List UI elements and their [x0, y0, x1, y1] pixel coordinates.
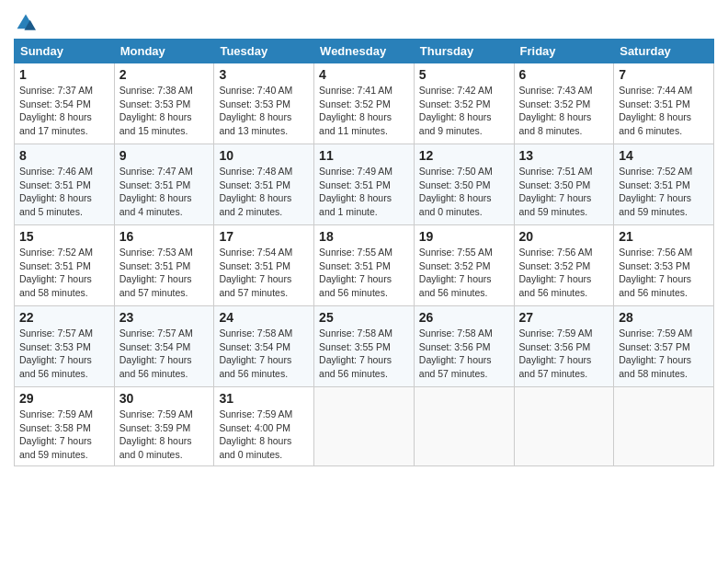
calendar-cell: 9Sunrise: 7:47 AMSunset: 3:51 PMDaylight…	[114, 144, 214, 225]
calendar-cell: 18Sunrise: 7:55 AMSunset: 3:51 PMDayligh…	[314, 225, 415, 306]
day-number: 16	[119, 229, 210, 244]
calendar-cell: 6Sunrise: 7:43 AMSunset: 3:52 PMDaylight…	[514, 63, 614, 144]
calendar-cell: 14Sunrise: 7:52 AMSunset: 3:51 PMDayligh…	[614, 144, 714, 225]
day-number: 17	[219, 229, 309, 244]
calendar-cell: 24Sunrise: 7:58 AMSunset: 3:54 PMDayligh…	[214, 306, 314, 387]
calendar-cell: 2Sunrise: 7:38 AMSunset: 3:53 PMDaylight…	[114, 63, 214, 144]
calendar-cell: 26Sunrise: 7:58 AMSunset: 3:56 PMDayligh…	[414, 306, 514, 387]
calendar-cell: 8Sunrise: 7:46 AMSunset: 3:51 PMDaylight…	[15, 144, 115, 225]
day-info: Sunrise: 7:59 AMSunset: 3:57 PMDaylight:…	[619, 327, 709, 381]
day-info: Sunrise: 7:55 AMSunset: 3:51 PMDaylight:…	[319, 246, 409, 300]
calendar-cell: 11Sunrise: 7:49 AMSunset: 3:51 PMDayligh…	[314, 144, 415, 225]
week-row-1: 1Sunrise: 7:37 AMSunset: 3:54 PMDaylight…	[15, 63, 714, 144]
day-number: 30	[119, 391, 210, 406]
day-number: 31	[219, 391, 309, 406]
calendar-cell: 10Sunrise: 7:48 AMSunset: 3:51 PMDayligh…	[214, 144, 314, 225]
calendar-cell: 23Sunrise: 7:57 AMSunset: 3:54 PMDayligh…	[114, 306, 214, 387]
calendar-cell: 19Sunrise: 7:55 AMSunset: 3:52 PMDayligh…	[414, 225, 514, 306]
weekday-header-sunday: Sunday	[15, 40, 115, 63]
day-info: Sunrise: 7:57 AMSunset: 3:53 PMDaylight:…	[19, 327, 109, 381]
day-number: 1	[19, 67, 109, 82]
calendar-cell: 3Sunrise: 7:40 AMSunset: 3:53 PMDaylight…	[214, 63, 314, 144]
calendar-cell: 7Sunrise: 7:44 AMSunset: 3:51 PMDaylight…	[614, 63, 714, 144]
weekday-header-row: SundayMondayTuesdayWednesdayThursdayFrid…	[15, 40, 714, 63]
week-row-2: 8Sunrise: 7:46 AMSunset: 3:51 PMDaylight…	[15, 144, 714, 225]
day-info: Sunrise: 7:51 AMSunset: 3:50 PMDaylight:…	[519, 165, 609, 219]
weekday-header-saturday: Saturday	[614, 40, 714, 63]
day-number: 13	[519, 148, 609, 163]
day-number: 15	[19, 229, 109, 244]
day-number: 26	[419, 310, 509, 325]
day-number: 14	[619, 148, 709, 163]
calendar-cell: 25Sunrise: 7:58 AMSunset: 3:55 PMDayligh…	[314, 306, 415, 387]
day-number: 24	[219, 310, 309, 325]
page-container: SundayMondayTuesdayWednesdayThursdayFrid…	[0, 0, 728, 476]
day-number: 21	[619, 229, 709, 244]
calendar-cell: 12Sunrise: 7:50 AMSunset: 3:50 PMDayligh…	[414, 144, 514, 225]
day-info: Sunrise: 7:47 AMSunset: 3:51 PMDaylight:…	[119, 165, 210, 219]
day-number: 3	[219, 67, 309, 82]
weekday-header-wednesday: Wednesday	[314, 40, 415, 63]
day-number: 8	[19, 148, 109, 163]
day-info: Sunrise: 7:56 AMSunset: 3:53 PMDaylight:…	[619, 246, 709, 300]
day-info: Sunrise: 7:44 AMSunset: 3:51 PMDaylight:…	[619, 84, 709, 138]
day-number: 2	[119, 67, 210, 82]
day-info: Sunrise: 7:59 AMSunset: 4:00 PMDaylight:…	[219, 408, 309, 462]
day-info: Sunrise: 7:52 AMSunset: 3:51 PMDaylight:…	[19, 246, 109, 300]
day-info: Sunrise: 7:52 AMSunset: 3:51 PMDaylight:…	[619, 165, 709, 219]
day-number: 19	[419, 229, 509, 244]
calendar-cell: 15Sunrise: 7:52 AMSunset: 3:51 PMDayligh…	[15, 225, 115, 306]
calendar-cell: 5Sunrise: 7:42 AMSunset: 3:52 PMDaylight…	[414, 63, 514, 144]
day-info: Sunrise: 7:59 AMSunset: 3:58 PMDaylight:…	[19, 408, 109, 462]
day-number: 25	[319, 310, 409, 325]
calendar-cell: 28Sunrise: 7:59 AMSunset: 3:57 PMDayligh…	[614, 306, 714, 387]
weekday-header-tuesday: Tuesday	[214, 40, 314, 63]
day-number: 20	[519, 229, 609, 244]
day-number: 4	[319, 67, 409, 82]
calendar-cell	[514, 387, 614, 466]
weekday-header-thursday: Thursday	[414, 40, 514, 63]
day-number: 18	[319, 229, 409, 244]
weekday-header-friday: Friday	[514, 40, 614, 63]
calendar-cell: 13Sunrise: 7:51 AMSunset: 3:50 PMDayligh…	[514, 144, 614, 225]
day-number: 27	[519, 310, 609, 325]
calendar-cell	[614, 387, 714, 466]
day-info: Sunrise: 7:38 AMSunset: 3:53 PMDaylight:…	[119, 84, 210, 138]
day-info: Sunrise: 7:37 AMSunset: 3:54 PMDaylight:…	[19, 84, 109, 138]
day-number: 10	[219, 148, 309, 163]
day-number: 7	[619, 67, 709, 82]
day-number: 28	[619, 310, 709, 325]
day-number: 5	[419, 67, 509, 82]
calendar-cell: 4Sunrise: 7:41 AMSunset: 3:52 PMDaylight…	[314, 63, 415, 144]
calendar-cell: 21Sunrise: 7:56 AMSunset: 3:53 PMDayligh…	[614, 225, 714, 306]
day-info: Sunrise: 7:59 AMSunset: 3:56 PMDaylight:…	[519, 327, 609, 381]
calendar-cell: 22Sunrise: 7:57 AMSunset: 3:53 PMDayligh…	[15, 306, 115, 387]
day-number: 11	[319, 148, 409, 163]
calendar-cell: 17Sunrise: 7:54 AMSunset: 3:51 PMDayligh…	[214, 225, 314, 306]
calendar-cell: 16Sunrise: 7:53 AMSunset: 3:51 PMDayligh…	[114, 225, 214, 306]
day-number: 22	[19, 310, 109, 325]
calendar-cell: 30Sunrise: 7:59 AMSunset: 3:59 PMDayligh…	[114, 387, 214, 466]
calendar-table: SundayMondayTuesdayWednesdayThursdayFrid…	[14, 39, 714, 466]
calendar-cell: 29Sunrise: 7:59 AMSunset: 3:58 PMDayligh…	[15, 387, 115, 466]
calendar-cell: 27Sunrise: 7:59 AMSunset: 3:56 PMDayligh…	[514, 306, 614, 387]
day-number: 29	[19, 391, 109, 406]
calendar-cell	[314, 387, 415, 466]
day-info: Sunrise: 7:41 AMSunset: 3:52 PMDaylight:…	[319, 84, 409, 138]
week-row-3: 15Sunrise: 7:52 AMSunset: 3:51 PMDayligh…	[15, 225, 714, 306]
day-info: Sunrise: 7:58 AMSunset: 3:56 PMDaylight:…	[419, 327, 509, 381]
day-info: Sunrise: 7:50 AMSunset: 3:50 PMDaylight:…	[419, 165, 509, 219]
header	[14, 9, 714, 33]
week-row-5: 29Sunrise: 7:59 AMSunset: 3:58 PMDayligh…	[15, 387, 714, 466]
day-info: Sunrise: 7:48 AMSunset: 3:51 PMDaylight:…	[219, 165, 309, 219]
week-row-4: 22Sunrise: 7:57 AMSunset: 3:53 PMDayligh…	[15, 306, 714, 387]
day-info: Sunrise: 7:59 AMSunset: 3:59 PMDaylight:…	[119, 408, 210, 462]
day-number: 12	[419, 148, 509, 163]
day-number: 6	[519, 67, 609, 82]
day-info: Sunrise: 7:57 AMSunset: 3:54 PMDaylight:…	[119, 327, 210, 381]
day-info: Sunrise: 7:46 AMSunset: 3:51 PMDaylight:…	[19, 165, 109, 219]
day-info: Sunrise: 7:40 AMSunset: 3:53 PMDaylight:…	[219, 84, 309, 138]
logo	[14, 13, 36, 33]
calendar-cell: 20Sunrise: 7:56 AMSunset: 3:52 PMDayligh…	[514, 225, 614, 306]
calendar-cell	[414, 387, 514, 466]
